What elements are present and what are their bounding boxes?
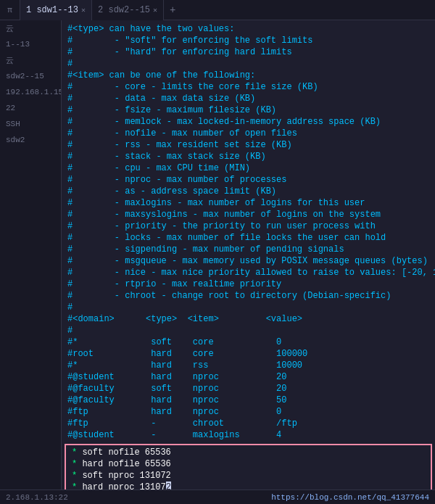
code-line: # - stack - max stack size (KB)	[62, 151, 435, 162]
hl-line-4: * hard nproc 131072	[66, 482, 431, 489]
code-line: # - "soft" for enforcing the soft limits	[62, 35, 435, 46]
tab-sdw1[interactable]: 1 sdw1--13 ✕	[20, 0, 92, 20]
status-left: 2.168.1.13:22	[6, 493, 68, 502]
code-line: # - nofile - max number of open files	[62, 128, 435, 139]
sidebar-item-sdw2[interactable]: sdw2	[0, 132, 61, 148]
editor-content[interactable]: #<type> can have the two values: # - "so…	[62, 20, 435, 489]
code-line: # - priority - the priority to run user …	[62, 220, 435, 232]
tab-label-2: 2 sdw2--15	[98, 5, 150, 15]
code-line-nproc: # - nproc - max number of processes	[62, 174, 435, 186]
hl-line-2: * hard nofile 65536	[66, 458, 431, 470]
tab-sdw2[interactable]: 2 sdw2--15 ✕	[92, 0, 164, 20]
sidebar-item-ssh[interactable]: SSH	[0, 116, 61, 132]
sidebar: 云 1--13 云 sdw2--15 192.168.1.15 22 SSH s…	[0, 20, 62, 489]
highlighted-block: * soft nofile 65536 * hard nofile 65536 …	[65, 444, 432, 489]
code-line: # - cpu - max CPU time (MIN)	[62, 162, 435, 174]
sidebar-item-1-13[interactable]: 1--13	[0, 36, 61, 52]
sidebar-item-yun1[interactable]: 云	[0, 20, 61, 36]
code-line: # - msgqueue - max memory used by POSIX …	[62, 255, 435, 267]
code-line: # - core - limits the core file size (KB…	[62, 81, 435, 93]
code-line: #ftp hard nproc 0	[62, 406, 435, 418]
code-line: # - memlock - max locked-in-memory addre…	[62, 116, 435, 128]
tab-add-button[interactable]: +	[164, 0, 181, 20]
code-line: # - maxlogins - max number of logins for…	[62, 197, 435, 209]
tab-bar: π 1 sdw1--13 ✕ 2 sdw2--15 ✕ +	[0, 0, 435, 20]
code-line: #root hard core 100000	[62, 348, 435, 360]
code-line: # - sigpending - max number of pending s…	[62, 244, 435, 255]
code-line: #@faculty soft nproc 20	[62, 383, 435, 394]
code-line: #<item> can be one of the following:	[62, 70, 435, 81]
sidebar-item-yun2[interactable]: 云	[0, 52, 61, 68]
code-line: #<domain> <type> <item> <value>	[62, 313, 435, 325]
code-line: # - maxsyslogins - max number of logins …	[62, 209, 435, 220]
code-line: # - as - address space limit (KB)	[62, 186, 435, 197]
hl-line-3: * soft nproc 131072	[66, 470, 431, 482]
sidebar-item-port[interactable]: 22	[0, 100, 61, 116]
code-line: # - chroot - change root to directory (D…	[62, 290, 435, 302]
code-line: #<type> can have the two values:	[62, 23, 435, 35]
code-line: #@student hard nproc 20	[62, 371, 435, 383]
status-right: https://blog.csdn.net/qq_41377644	[271, 493, 429, 502]
code-line: #@student - maxlogins 4	[62, 429, 435, 441]
tab-close-2[interactable]: ✕	[153, 6, 157, 15]
status-connection: 2.168.1.13:22	[6, 493, 68, 502]
hl-line-1: * soft nofile 65536	[66, 447, 431, 458]
tab-label-1: 1 sdw1--13	[26, 5, 78, 15]
code-line: #	[62, 58, 435, 70]
code-line: #	[62, 302, 435, 313]
sidebar-item-ip[interactable]: 192.168.1.15	[0, 84, 61, 100]
code-line: # - "hard" for enforcing hard limits	[62, 46, 435, 58]
main-area: 云 1--13 云 sdw2--15 192.168.1.15 22 SSH s…	[0, 20, 435, 489]
code-line: #@faculty hard nproc 50	[62, 394, 435, 406]
code-line: # - nice - max nice priority allowed to …	[62, 267, 435, 278]
code-line: #	[62, 325, 435, 336]
status-bar: 2.168.1.13:22 https://blog.csdn.net/qq_4…	[0, 489, 435, 504]
code-line: #* soft core 0	[62, 336, 435, 348]
code-line: # - data - max data size (KB)	[62, 93, 435, 104]
sidebar-item-sdw2-15[interactable]: sdw2--15	[0, 68, 61, 84]
tab-close-1[interactable]: ✕	[81, 6, 86, 15]
code-line: # - locks - max number of file locks the…	[62, 232, 435, 244]
code-line: #* hard rss 10000	[62, 360, 435, 371]
code-line: # - fsize - maximum filesize (KB)	[62, 104, 435, 116]
pin-icon: π	[0, 0, 20, 20]
code-line: # - rtprio - max realtime priority	[62, 278, 435, 290]
code-line: #ftp - chroot /ftp	[62, 418, 435, 429]
code-line: # - rss - max resident set size (KB)	[62, 139, 435, 151]
